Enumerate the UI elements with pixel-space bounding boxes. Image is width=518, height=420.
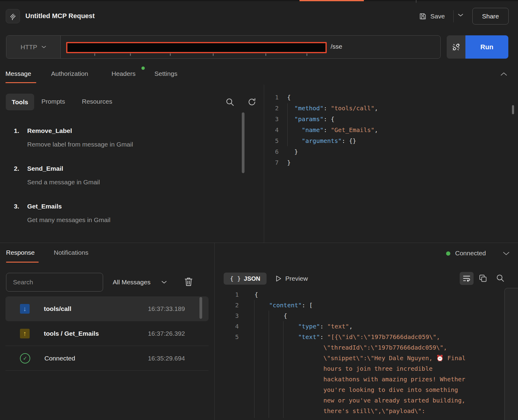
line-number: 4 bbox=[225, 321, 239, 332]
disconnect-button[interactable] bbox=[447, 35, 465, 59]
save-button[interactable]: Save bbox=[419, 11, 445, 22]
url-suffix: /sse bbox=[331, 43, 342, 50]
tool-list-item[interactable]: 2.Send_EmailSend a message in Gmail bbox=[14, 165, 238, 202]
line-number: 7 bbox=[265, 157, 279, 168]
message-filter-select[interactable]: All Messages bbox=[113, 279, 151, 286]
message-label: tools/call bbox=[44, 305, 71, 312]
tab-separator bbox=[416, 0, 416, 3]
preview-label: Preview bbox=[285, 275, 308, 282]
subtab-tools-label: Tools bbox=[12, 99, 28, 106]
code-line: \"threadId\":\"197b77666dadc059\", bbox=[225, 342, 465, 353]
clear-messages-trash-icon[interactable] bbox=[184, 276, 193, 287]
line-number bbox=[225, 395, 239, 406]
filter-chevron-down-icon[interactable] bbox=[161, 281, 167, 284]
code-line: new or you've already started building, bbox=[225, 395, 465, 406]
request-body-editor[interactable]: 1{2 "method": "tools/call",3 "params": {… bbox=[265, 92, 378, 168]
editor-scrollbar[interactable] bbox=[512, 105, 514, 114]
arrow-up-icon: ↑ bbox=[20, 329, 30, 338]
message-row[interactable]: ↑tools / Get_Emails16:37:26.392 bbox=[5, 321, 209, 346]
tools-refresh-icon[interactable] bbox=[247, 97, 257, 107]
code-text: "name": "Get_Emails", bbox=[279, 124, 378, 135]
word-wrap-button[interactable] bbox=[460, 272, 474, 285]
tool-name: Send_Email bbox=[27, 165, 100, 173]
connection-status[interactable]: Connected bbox=[455, 250, 486, 257]
code-line: 1{ bbox=[265, 92, 378, 103]
tool-body: Get_EmailsGet many messages in Gmail bbox=[27, 202, 110, 240]
message-row[interactable]: ↓tools/call16:37:33.189 bbox=[5, 296, 209, 321]
tab-authorization[interactable]: Authorization bbox=[51, 70, 88, 77]
subtab-resources[interactable]: Resources bbox=[82, 98, 112, 105]
subtab-prompts[interactable]: Prompts bbox=[41, 98, 65, 105]
url-text-descender bbox=[306, 53, 307, 56]
page-title: Untitled MCP Request bbox=[25, 12, 95, 20]
copy-icon[interactable] bbox=[478, 274, 487, 283]
message-timestamp: 16:35:29.694 bbox=[148, 355, 185, 362]
response-body-editor[interactable]: 1{2 "content": [3 {4 "type": "text",5 "t… bbox=[225, 289, 465, 416]
line-number: 4 bbox=[265, 124, 279, 135]
response-tab-underline bbox=[6, 262, 39, 263]
search-input[interactable] bbox=[6, 273, 103, 292]
protocol-select[interactable]: HTTP bbox=[6, 36, 61, 58]
line-number: 5 bbox=[265, 135, 279, 146]
message-list-scrollbar[interactable] bbox=[199, 297, 202, 319]
code-line: 7} bbox=[265, 157, 378, 168]
line-number: 1 bbox=[265, 92, 279, 103]
headers-status-dot bbox=[141, 66, 145, 70]
connection-status-dot bbox=[446, 251, 450, 256]
code-text: "type": "text", bbox=[239, 321, 353, 332]
tab-notifications[interactable]: Notifications bbox=[54, 249, 88, 256]
code-line: hackathons with amazing prizes! Whether bbox=[225, 374, 465, 385]
app-tab-strip bbox=[0, 0, 518, 1]
message-row[interactable]: ✓Connected16:35:29.694 bbox=[5, 346, 209, 371]
mcp-request-window: Untitled MCP Request Save Share HTTP /ss… bbox=[0, 0, 518, 420]
line-number: 5 bbox=[225, 332, 239, 342]
connection-chevron-down-icon[interactable] bbox=[503, 252, 510, 256]
unplug-icon bbox=[451, 42, 461, 52]
viewer-search-icon[interactable] bbox=[496, 273, 505, 283]
code-line: there's still\",\"payload\": bbox=[225, 406, 465, 416]
preview-button[interactable]: Preview bbox=[276, 273, 308, 285]
share-button[interactable]: Share bbox=[472, 8, 509, 24]
tab-headers[interactable]: Headers bbox=[112, 70, 135, 77]
indent-guide bbox=[287, 103, 288, 146]
tool-list-item[interactable]: 3.Get_EmailsGet many messages in Gmail bbox=[14, 202, 238, 240]
tools-scrollbar[interactable] bbox=[242, 112, 244, 173]
tab-message[interactable]: Message bbox=[5, 70, 31, 77]
line-number: 6 bbox=[265, 146, 279, 157]
line-number: 3 bbox=[225, 311, 239, 321]
code-text: \"threadId\":\"197b77666dadc059\", bbox=[239, 342, 447, 353]
tab-response[interactable]: Response bbox=[6, 249, 35, 256]
tool-number: 3. bbox=[14, 202, 27, 240]
tool-body: Remove_LabelRemove label from message in… bbox=[27, 127, 133, 165]
code-text: } bbox=[279, 157, 291, 168]
code-line: 4 "type": "text", bbox=[225, 321, 465, 332]
code-line: 2 "method": "tools/call", bbox=[265, 103, 378, 114]
json-view-label: JSON bbox=[244, 275, 260, 282]
tab-settings[interactable]: Settings bbox=[154, 70, 177, 77]
code-text: { bbox=[239, 311, 287, 321]
subtab-tools[interactable]: Tools bbox=[6, 94, 34, 110]
message-label: Connected bbox=[44, 355, 75, 362]
url-text-descender bbox=[130, 53, 131, 56]
run-label: Run bbox=[481, 43, 494, 51]
url-text-descender bbox=[94, 53, 95, 56]
line-number bbox=[225, 385, 239, 395]
protocol-value: HTTP bbox=[21, 44, 37, 51]
indent-guide bbox=[283, 321, 283, 418]
code-line: hours to join three incredible bbox=[225, 363, 465, 374]
code-text: hackathons with amazing prizes! Whether bbox=[239, 374, 465, 385]
code-line: \"snippet\":\"Hey Dale Nguyen, ⏰ Final bbox=[225, 353, 465, 363]
url-text-descender bbox=[170, 53, 171, 56]
collapse-chevron-up-icon[interactable] bbox=[500, 72, 507, 76]
run-button[interactable]: Run bbox=[465, 35, 508, 59]
message-list: ↓tools/call16:37:33.189↑tools / Get_Emai… bbox=[5, 296, 209, 371]
tool-list-item[interactable]: 1.Remove_LabelRemove label from message … bbox=[14, 127, 238, 165]
viewer-scrollbar-track[interactable] bbox=[504, 288, 518, 420]
save-options-chevron-icon[interactable] bbox=[458, 13, 464, 17]
tool-description: Remove label from message in Gmail bbox=[27, 141, 133, 148]
mcp-logo-icon bbox=[9, 12, 17, 20]
tool-number: 1. bbox=[14, 127, 27, 165]
tools-search-icon[interactable] bbox=[225, 97, 235, 107]
indent-guide bbox=[269, 311, 269, 418]
json-view-button[interactable]: { } JSON bbox=[224, 273, 267, 285]
